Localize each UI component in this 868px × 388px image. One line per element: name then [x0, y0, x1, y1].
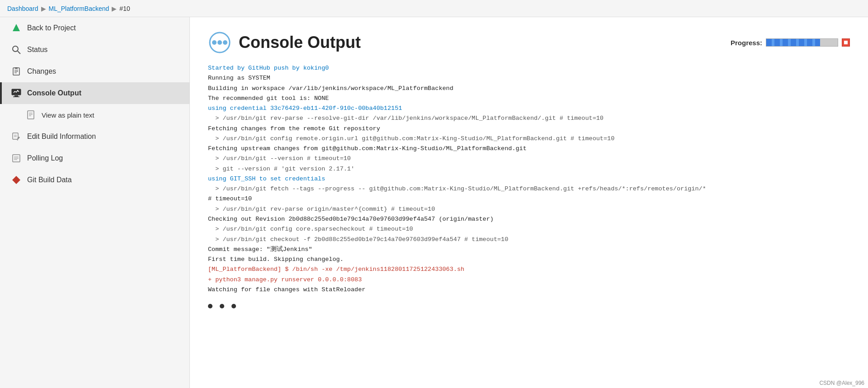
console-line: using credential 33c76429-eb11-420f-910c… — [208, 104, 850, 114]
sidebar-label-git-build: Git Build Data — [27, 176, 72, 184]
progress-stop-button[interactable] — [842, 38, 850, 47]
console-line: > /usr/bin/git fetch --tags --progress -… — [208, 184, 850, 194]
pencil-icon — [11, 131, 22, 142]
console-output-icon — [208, 31, 231, 54]
console-line: > /usr/bin/git config core.sparsecheckou… — [208, 224, 850, 234]
sidebar-label-polling-log: Polling Log — [27, 154, 63, 162]
breadcrumb-build: #10 — [119, 5, 130, 12]
progress-bar-fill — [766, 39, 820, 46]
svg-point-24 — [217, 40, 222, 45]
dot-2 — [220, 304, 224, 308]
console-header: Console Output Progress: — [208, 31, 850, 54]
console-line: Commit message: "测试Jenkins" — [208, 245, 850, 255]
console-line: + python3 manage.py runserver 0.0.0.0:80… — [208, 275, 850, 285]
breadcrumb: Dashboard ▶ ML_PlatformBackend ▶ #10 — [0, 0, 868, 17]
console-line: > /usr/bin/git config remote.origin.url … — [208, 134, 850, 144]
sidebar-label-status: Status — [27, 46, 47, 54]
svg-marker-0 — [13, 24, 20, 31]
console-line: First time build. Skipping changelog. — [208, 255, 850, 265]
svg-point-1 — [13, 46, 18, 52]
console-line: The recommended git tool is: NONE — [208, 94, 850, 104]
sidebar-label-edit-build: Edit Build Information — [27, 132, 96, 141]
up-arrow-icon — [11, 23, 22, 33]
sidebar-item-polling-log[interactable]: Polling Log — [0, 147, 189, 169]
sidebar-item-console-output[interactable]: Console Output — [0, 82, 189, 104]
breadcrumb-sep-2: ▶ — [112, 5, 117, 12]
console-line: # timeout=10 — [208, 194, 850, 204]
diamond-icon — [11, 175, 22, 185]
svg-point-25 — [212, 40, 217, 45]
breadcrumb-project[interactable]: ML_PlatformBackend — [49, 5, 109, 12]
loading-dots — [208, 295, 850, 313]
sidebar-item-git-build[interactable]: Git Build Data — [0, 169, 189, 191]
sidebar-label-changes: Changes — [27, 67, 56, 76]
svg-rect-7 — [15, 67, 18, 69]
console-line: Fetching changes from the remote Git rep… — [208, 124, 850, 134]
breadcrumb-sep-1: ▶ — [41, 5, 46, 12]
console-line: Building in workspace /var/lib/jenkins/w… — [208, 84, 850, 94]
watermark: CSDN @Alex_996 — [819, 380, 864, 386]
search-icon — [11, 44, 22, 55]
dot-1 — [208, 304, 212, 308]
main-panel: Console Output Progress: Started by GitH… — [190, 17, 868, 388]
console-line: > git --version # 'git version 2.17.1' — [208, 164, 850, 174]
svg-marker-22 — [12, 176, 20, 184]
notepad-icon — [11, 66, 22, 77]
sidebar-item-view-plain-text[interactable]: View as plain text — [0, 104, 189, 126]
progress-label: Progress: — [731, 39, 762, 47]
console-line: Watching for file changes with StatReloa… — [208, 285, 850, 295]
console-title-area: Console Output — [208, 31, 361, 54]
sidebar-item-status[interactable]: Status — [0, 39, 189, 61]
console-line: Started by GitHub push by koking0 — [208, 63, 850, 73]
sidebar-item-edit-build[interactable]: Edit Build Information — [0, 126, 189, 147]
page-title: Console Output — [239, 33, 361, 52]
sidebar: Back to Project Status Ch — [0, 17, 190, 388]
sidebar-label-plain-text: View as plain text — [42, 111, 94, 119]
console-line: Checking out Revision 2b0d88c255ed0b1e79… — [208, 214, 850, 224]
sidebar-label-back: Back to Project — [27, 24, 76, 32]
console-line: Fetching upstream changes from git@githu… — [208, 144, 850, 154]
svg-point-26 — [223, 40, 227, 45]
sidebar-item-changes[interactable]: Changes — [0, 61, 189, 82]
breadcrumb-dashboard[interactable]: Dashboard — [7, 5, 38, 12]
monitor-icon — [11, 88, 22, 99]
console-line: > /usr/bin/git rev-parse origin/master^{… — [208, 204, 850, 214]
console-line: > /usr/bin/git checkout -f 2b0d88c255ed0… — [208, 235, 850, 245]
console-output-text: Started by GitHub push by koking0Running… — [208, 63, 850, 295]
doc-icon — [25, 109, 36, 120]
console-line: Running as SYSTEM — [208, 73, 850, 83]
sidebar-label-console: Console Output — [27, 89, 81, 97]
console-line: > /usr/bin/git --version # timeout=10 — [208, 154, 850, 164]
dot-3 — [231, 304, 236, 308]
poll-icon — [11, 153, 22, 164]
svg-line-2 — [18, 51, 20, 54]
progress-area: Progress: — [731, 38, 850, 47]
svg-rect-27 — [844, 41, 848, 44]
svg-rect-11 — [28, 111, 34, 119]
console-line: [ML_PlatformBackend] $ /bin/sh -xe /tmp/… — [208, 265, 850, 274]
sidebar-item-back-to-project[interactable]: Back to Project — [0, 17, 189, 39]
progress-bar — [766, 38, 838, 47]
console-line: using GIT_SSH to set credentials — [208, 174, 850, 184]
console-line: > /usr/bin/git rev-parse --resolve-git-d… — [208, 114, 850, 123]
